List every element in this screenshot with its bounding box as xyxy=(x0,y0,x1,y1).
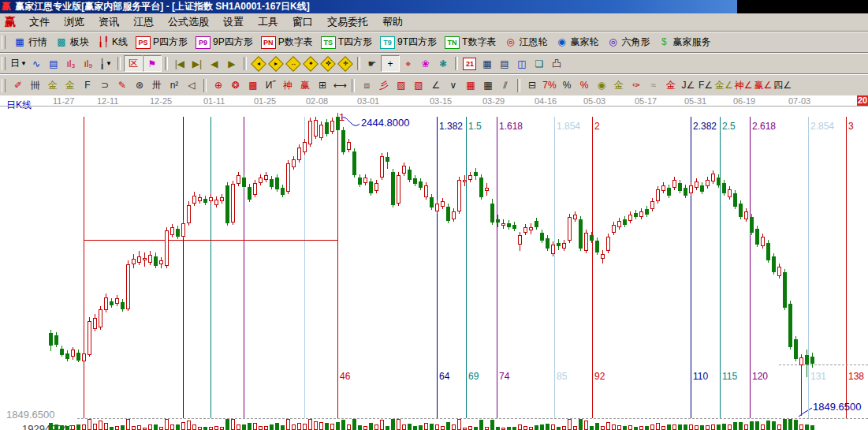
k-pattern-button[interactable]: 区 xyxy=(124,55,143,72)
menu-item-2[interactable]: 浏览 xyxy=(57,13,91,31)
minute3-chart-button[interactable]: ıl₃ xyxy=(62,56,80,71)
menu-item-3[interactable]: 资讯 xyxy=(91,13,126,31)
fib-time-line[interactable] xyxy=(183,117,184,418)
f-angle-tool[interactable]: F∠ xyxy=(697,78,714,93)
gann-target-circle-tool[interactable]: ⊕ xyxy=(210,78,227,93)
gold-circle-tool[interactable]: ◉ xyxy=(593,78,610,93)
box-measure-tool[interactable]: ⧈ xyxy=(358,78,375,93)
notes-button[interactable]: ▤ xyxy=(496,56,513,71)
fib-time-line[interactable] xyxy=(244,117,244,418)
dropdown-arrow-icon[interactable]: ▼ xyxy=(106,60,112,67)
fib-time-line[interactable] xyxy=(84,117,84,418)
fib-time-line[interactable] xyxy=(750,117,751,418)
parallel-lines-tool[interactable]: ⫽ xyxy=(497,78,514,93)
trend-angle-tool[interactable]: ∠ xyxy=(427,78,445,93)
percent-box-tool[interactable]: ⊟ xyxy=(523,78,541,93)
bar-width-tool[interactable]: ⟷ xyxy=(331,78,348,93)
t-square-button[interactable]: TST四方形 xyxy=(317,35,376,50)
nav-prev-button[interactable]: ◀ xyxy=(206,56,223,71)
fib-time-line[interactable] xyxy=(846,117,847,418)
kline-chart-area[interactable]: 日K线 20 1849.6500 192949242 11-2712-1112-… xyxy=(0,95,868,430)
fib-time-line[interactable] xyxy=(720,117,721,418)
minute9-chart-button[interactable]: ıl₉ xyxy=(80,56,97,71)
save-button[interactable]: ◫ xyxy=(513,56,531,71)
shen-comb-tool[interactable]: 神 xyxy=(279,78,296,93)
pen-marker-tool[interactable]: ✎ xyxy=(114,78,131,93)
price-level-dashed-line[interactable] xyxy=(779,365,868,365)
winner-service-button[interactable]: $赢家服务 xyxy=(654,35,714,50)
toolbar-grip[interactable] xyxy=(2,57,6,70)
candle-style-selector[interactable]: ╽▼ xyxy=(97,56,114,71)
hand-tool-button[interactable]: ☛ xyxy=(363,56,381,71)
fan-box-tool[interactable]: ▨ xyxy=(393,78,410,93)
time-comb-tool[interactable]: 卌 xyxy=(27,78,44,93)
nav-last-button[interactable]: ▶| xyxy=(188,56,206,71)
eraser-knife-tool[interactable]: ✐ xyxy=(9,78,27,93)
p-square-button[interactable]: PSP四方形 xyxy=(132,35,192,50)
t-number-table-button[interactable]: TNT数字表 xyxy=(441,35,500,50)
kline-button[interactable]: ╽╿K线 xyxy=(93,35,132,50)
gold-time-comb-tool[interactable]: 金 xyxy=(44,78,61,93)
expand-horizontal-diamond-button[interactable]: ↔ xyxy=(285,56,302,71)
tick-chart-button[interactable]: ∿ xyxy=(28,56,45,71)
gold-time-comb2-tool[interactable]: 金 xyxy=(61,78,79,93)
zigzag-segment-tool[interactable]: И˝ xyxy=(262,78,279,93)
pointer-pin-tool-button[interactable]: ⌖ xyxy=(400,56,417,71)
fib-time-line[interactable] xyxy=(554,117,555,418)
price-level-dashed-line[interactable] xyxy=(77,418,868,419)
menu-item-7[interactable]: 工具 xyxy=(251,13,285,31)
quotes-button[interactable]: ▦行情 xyxy=(9,35,51,50)
price-channel-tool[interactable]: ≈ xyxy=(645,78,662,93)
n-square-tool[interactable]: n² xyxy=(166,78,183,93)
comb-density-tool[interactable]: 卅 xyxy=(148,78,166,93)
menu-item-9[interactable]: 交易委托 xyxy=(320,13,375,31)
ruler-123-tool[interactable]: ⊞ xyxy=(314,78,331,93)
menu-item-8[interactable]: 窗口 xyxy=(285,13,320,31)
j-angle-tool[interactable]: J∠ xyxy=(680,78,697,93)
shift-right-diamond-button[interactable]: ▸ xyxy=(267,56,285,71)
calendar-button[interactable]: 21 xyxy=(461,56,479,71)
fib-time-comb-tool[interactable]: F xyxy=(79,78,96,93)
grid-chart-tool[interactable]: ▦ xyxy=(479,78,497,93)
info-panel-button[interactable]: ▤ xyxy=(45,56,62,71)
dropdown-arrow-icon[interactable]: ▼ xyxy=(20,60,27,67)
shift-left-diamond-button[interactable]: ◂ xyxy=(250,56,267,71)
zigzag-wave-tool[interactable]: ∨ xyxy=(445,78,462,93)
export-data-button[interactable]: ❏ xyxy=(531,56,548,71)
nav-first-button[interactable]: |◀ xyxy=(171,56,188,71)
percent-line-tool[interactable]: % xyxy=(576,78,593,93)
calculator-button[interactable]: ▦ xyxy=(479,56,496,71)
hexagon-button[interactable]: ◎六角形 xyxy=(602,35,654,50)
grid-tool[interactable]: ▦ xyxy=(462,78,479,93)
win-comb-tool[interactable]: 赢 xyxy=(296,78,314,93)
compress-diamond-button[interactable]: ✦ xyxy=(302,56,319,71)
menu-item-10[interactable]: 帮助 xyxy=(375,13,410,31)
angle-ruler-tool[interactable]: ◁ xyxy=(183,78,200,93)
fan-box2-tool[interactable]: ▧ xyxy=(410,78,427,93)
gold-level2-tool[interactable]: 金 xyxy=(662,78,680,93)
zoom-all-diamond-button[interactable]: ✛ xyxy=(337,56,354,71)
percent-tool[interactable]: % xyxy=(558,78,576,93)
shen-angle-tool[interactable]: 神∠ xyxy=(734,78,754,93)
time-circle-tool[interactable]: ⊛ xyxy=(131,78,148,93)
fib-time-line[interactable] xyxy=(337,117,338,418)
fib-time-line[interactable] xyxy=(437,117,438,418)
gann-star-web-tool[interactable]: ❂ xyxy=(227,78,244,93)
gold-level-tool[interactable]: 金 xyxy=(610,78,628,93)
gann-fan-tool[interactable]: 彡 xyxy=(375,78,393,93)
fib-time-line[interactable] xyxy=(808,117,809,418)
nav-next-button[interactable]: ▶ xyxy=(223,56,240,71)
period-day-selector[interactable]: 日▼ xyxy=(9,56,28,71)
fib-time-line[interactable] xyxy=(466,117,467,418)
fib-time-line[interactable] xyxy=(691,117,691,418)
menu-item-1[interactable]: 文件 xyxy=(22,13,57,31)
win-angle-tool[interactable]: 赢∠ xyxy=(754,78,773,93)
fib-time-line[interactable] xyxy=(592,117,593,418)
title-bar[interactable]: 赢 赢家江恩专业版[赢家内部服务平台] - [上证指数 SH1A0001-167… xyxy=(0,0,868,13)
expand-all-diamond-button[interactable]: ✜ xyxy=(319,56,337,71)
gann-wheel-button[interactable]: ◎江恩轮 xyxy=(500,35,551,50)
crosshair-tool-button[interactable]: + xyxy=(381,55,400,72)
percent-retrace-tool[interactable]: 7% xyxy=(541,78,558,93)
toolbar-grip[interactable] xyxy=(2,79,6,92)
fib-time-line[interactable] xyxy=(210,117,211,418)
